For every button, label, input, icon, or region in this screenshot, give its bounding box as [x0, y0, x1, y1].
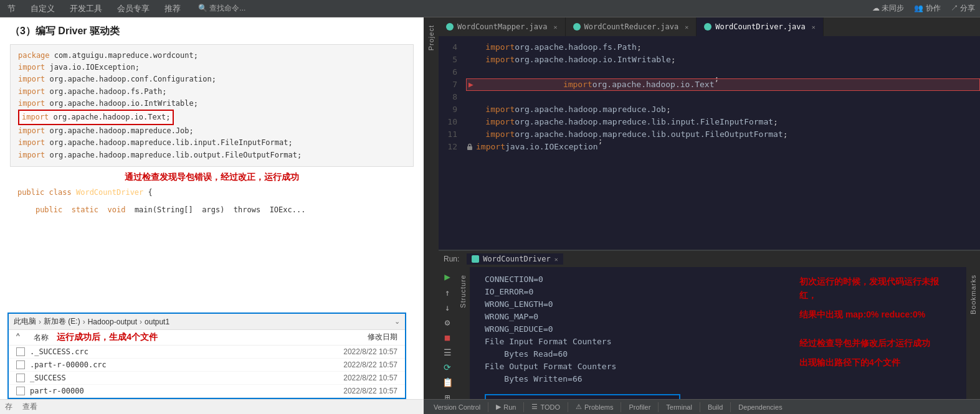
- output-line-7: Bytes Read=60: [485, 348, 764, 360]
- tabs-bar: WordCountMapper.java ✕ WordCountReducer.…: [439, 17, 980, 36]
- file-date-1: 2022/8/22 10:57: [298, 347, 397, 356]
- code-block: package com.atguigu.mapreduce.wordcount;…: [10, 44, 414, 167]
- play-button[interactable]: ▶: [441, 271, 454, 283]
- file-row-1[interactable]: ._SUCCESS.crc 2022/8/22 10:57: [9, 346, 405, 359]
- status-dependencies[interactable]: Dependencies: [733, 403, 787, 411]
- collab-button[interactable]: 👥 协作: [914, 3, 940, 14]
- menu-item-devtools[interactable]: 开发工具: [67, 2, 105, 16]
- project-sidebar[interactable]: Project: [424, 17, 439, 399]
- down-button[interactable]: ↓: [441, 303, 454, 313]
- stop-button[interactable]: ■: [441, 332, 454, 342]
- output-line-9: Bytes Written=66: [485, 373, 764, 385]
- ide-layout: Project WordCountMapper.java ✕ WordCount…: [424, 17, 980, 399]
- status-run[interactable]: ▶ Run: [491, 403, 521, 411]
- col-date-header: 修改日期: [298, 332, 397, 343]
- status-bar: Version Control ▶ Run ☰ TODO ⚠ Problems …: [424, 399, 980, 414]
- bottom-save[interactable]: 存: [5, 402, 12, 412]
- run-annotation-4: 出现输出路径下的4个文件: [789, 353, 956, 372]
- line-num-4: 4: [439, 41, 457, 54]
- editor-line-9: import org.apache.hadoop.mapreduce.Job;: [466, 103, 980, 116]
- menu-bar: 节 自定义 开发工具 会员专享 推荐 🔍 查找命令... ☁ 未同步 👥 协作 …: [0, 0, 980, 17]
- tab-reducer[interactable]: WordCountReducer.java ✕: [566, 17, 697, 36]
- tab-driver[interactable]: WordCountDriver.java ✕: [697, 17, 824, 36]
- menu-item-recommend[interactable]: 推荐: [162, 2, 183, 16]
- line-num-10: 10: [439, 116, 457, 128]
- dump-button[interactable]: 📋: [441, 377, 454, 387]
- filter-button[interactable]: ⊞: [441, 392, 454, 399]
- menu-item-jie[interactable]: 节: [5, 2, 18, 16]
- sync-button[interactable]: ☁ 未同步: [872, 3, 904, 14]
- editor-line-12: import java.io.IOException;: [466, 141, 980, 153]
- run-tab-close[interactable]: ✕: [554, 256, 558, 263]
- rerun-button[interactable]: ⟳: [441, 362, 454, 372]
- menu-item-customize[interactable]: 自定义: [28, 2, 57, 16]
- settings-button[interactable]: ⚙: [441, 318, 454, 327]
- up-button[interactable]: ↑: [441, 288, 454, 298]
- file-icon-2: [16, 360, 25, 369]
- output-line-4: WRONG_MAP=0: [485, 311, 764, 323]
- status-version-control[interactable]: Version Control: [429, 403, 485, 411]
- status-problems[interactable]: ⚠ Problems: [571, 403, 618, 411]
- code-line-6: import org.apache.hadoop.mapreduce.Job;: [18, 125, 406, 137]
- code-line-7: import org.apache.hadoop.mapreduce.lib.i…: [18, 137, 406, 149]
- gutter-arrow: ▶: [467, 78, 475, 91]
- tab-label-reducer: WordCountReducer.java: [584, 22, 679, 31]
- col-name-header: 名称 运行成功后，生成4个文件: [34, 332, 293, 343]
- tab-close-driver[interactable]: ✕: [812, 24, 816, 31]
- file-explorer-header: 此电脑 › 新加卷 (E:) › Hadoop-output › output1…: [9, 314, 405, 330]
- run-tab-driver[interactable]: WordCountDriver ✕: [467, 253, 563, 265]
- file-row-4[interactable]: part-r-00000 2022/8/22 10:57: [9, 385, 405, 398]
- menu-right: ☁ 未同步 👥 协作 ↗ 分享: [872, 3, 975, 14]
- bookmarks-sidebar[interactable]: Bookmarks: [966, 267, 980, 399]
- left-content: （3）编写 Driver 驱动类 package com.atguigu.map…: [0, 17, 424, 308]
- status-sep-2: [523, 402, 524, 412]
- line-num-7: 7: [439, 78, 457, 91]
- line-num-6: 6: [439, 66, 457, 78]
- output-line-6: File Input Format Counters: [485, 336, 764, 348]
- output-line-2: IO_ERROR=0: [485, 286, 764, 298]
- file-name-2: .part-r-00000.crc: [30, 360, 293, 369]
- file-icon-3: [16, 374, 25, 382]
- file-row-2[interactable]: .part-r-00000.crc 2022/8/22 10:57: [9, 359, 405, 372]
- menu-search[interactable]: 🔍 查找命令...: [198, 3, 245, 14]
- file-row-3[interactable]: _SUCCESS 2022/8/22 10:57: [9, 372, 405, 385]
- status-todo[interactable]: ☰ TODO: [526, 403, 565, 411]
- status-profiler[interactable]: Profiler: [624, 403, 655, 411]
- breadcrumb-output1: output1: [145, 318, 169, 326]
- code-continuation: public class WordCountDriver { public st…: [10, 188, 414, 214]
- menu-item-vip[interactable]: 会员专享: [115, 2, 152, 16]
- tab-close-mapper[interactable]: ✕: [554, 24, 558, 31]
- editor-area: WordCountMapper.java ✕ WordCountReducer.…: [439, 17, 980, 399]
- cont-line-1: public class WordCountDriver {: [17, 188, 406, 197]
- right-panel: Project WordCountMapper.java ✕ WordCount…: [424, 17, 980, 414]
- output-line-1: CONNECTION=0: [485, 273, 764, 286]
- project-label: Project: [427, 25, 435, 50]
- status-sep-5: [658, 402, 659, 412]
- tab-mapper[interactable]: WordCountMapper.java ✕: [439, 17, 566, 36]
- file-table-header: ^ 名称 运行成功后，生成4个文件 修改日期: [9, 330, 405, 346]
- run-content: ▶ ↑ ↓ ⚙ ■ ☰ ⟳ 📋 ⊞ Structure: [439, 267, 980, 399]
- expand-icon[interactable]: ⌄: [394, 318, 400, 326]
- code-editor: 4 5 6 7 8 9 10 11 12 import org.apache.h…: [439, 36, 980, 250]
- bottom-view[interactable]: 查看: [22, 402, 37, 412]
- status-build[interactable]: Build: [703, 403, 728, 411]
- file-icon-4: [16, 387, 25, 395]
- list-button[interactable]: ☰: [441, 347, 454, 357]
- tab-close-reducer[interactable]: ✕: [685, 24, 688, 31]
- structure-sidebar[interactable]: Structure: [456, 267, 470, 399]
- editor-line-7: ▶ import org.apache.hadoop.io.Text;: [466, 78, 980, 91]
- code-line-8: import org.apache.hadoop.mapreduce.lib.o…: [18, 149, 406, 161]
- file-name-4: part-r-00000: [30, 387, 293, 395]
- run-toolbar: ▶ ↑ ↓ ⚙ ■ ☰ ⟳ 📋 ⊞: [439, 267, 456, 399]
- status-terminal[interactable]: Terminal: [661, 403, 697, 411]
- left-heading: （3）编写 Driver 驱动类: [10, 25, 414, 38]
- file-name-3: _SUCCESS: [30, 374, 293, 382]
- left-bottom-bar: 存 查看: [0, 399, 424, 414]
- code-content: import org.apache.hadoop.fs.Path; import…: [461, 36, 980, 250]
- editor-line-10: import org.apache.hadoop.mapreduce.lib.i…: [466, 116, 980, 128]
- file-date-4: 2022/8/22 10:57: [298, 387, 397, 395]
- svg-rect-0: [467, 146, 472, 150]
- file-icon-1: [16, 347, 25, 356]
- share-button[interactable]: ↗ 分享: [951, 3, 975, 14]
- run-tab-label: WordCountDriver: [483, 255, 550, 263]
